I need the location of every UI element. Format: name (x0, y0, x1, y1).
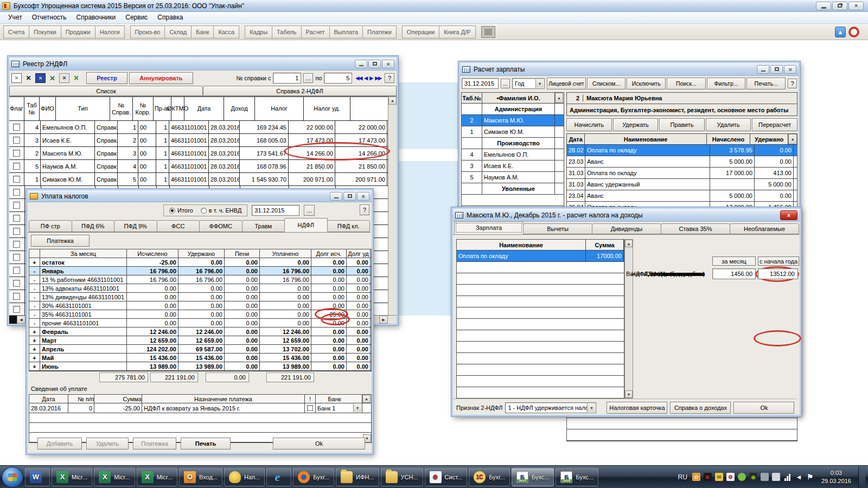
flag-checkbox[interactable] (13, 137, 20, 144)
income-tab[interactable]: Ставка 35% (661, 223, 730, 234)
tax-tab[interactable]: ПФД кл. (327, 220, 371, 232)
close-button[interactable]: × (784, 65, 796, 74)
income-tab[interactable]: Зарплата (454, 221, 524, 234)
expand-sign[interactable]: - (29, 293, 40, 301)
nav-arrow-button[interactable]: ◀◀ (354, 75, 363, 81)
reestr-table-row[interactable]: 2Максюта М.Ю.Справк.30014663110100128.03… (9, 147, 388, 160)
tray-icon[interactable] (749, 473, 757, 481)
taskbar-item[interactable]: Бухг... (469, 468, 510, 486)
flag-checkbox[interactable] (13, 176, 20, 183)
expand-sign[interactable]: + (29, 354, 40, 362)
flag-checkbox[interactable] (13, 202, 20, 209)
ok-button[interactable]: Ok (273, 438, 365, 450)
reestr-titlebar[interactable]: Реестр 2НДФЛ × (9, 57, 397, 70)
help-lifebuoy-icon[interactable] (848, 27, 859, 37)
employee-row[interactable]: Уволенные (462, 183, 564, 195)
scroll-up-button[interactable]: ▲ (362, 395, 371, 403)
tray-icon[interactable] (806, 473, 814, 481)
doc-row[interactable]: 23.03Аванс5 000.000.00 (567, 156, 797, 168)
doc-row[interactable]: 28.02Оплата по окладу3 578.950.00 (567, 145, 797, 156)
close-button[interactable]: × (780, 210, 797, 220)
tax-table-row[interactable]: - 35% 46631101001 0.000.000.000.00-25.00… (29, 310, 371, 319)
toolbar-button[interactable]: Произ-во (130, 25, 165, 38)
tax-table-row[interactable]: - прочие 46631101001 0.000.000.000.000.0… (29, 319, 371, 328)
employee-row[interactable]: 4 Емельянов О.П. (462, 149, 564, 160)
doc-action-button[interactable]: Начислить (566, 118, 612, 131)
toolbar-button[interactable]: Налоги (95, 25, 125, 38)
expand-sign[interactable]: - (29, 284, 40, 292)
reestr-tool-icon[interactable]: ✕ (23, 73, 34, 83)
tray-icon[interactable] (795, 473, 803, 481)
flag-checkbox[interactable] (13, 254, 20, 261)
taskbar-item[interactable]: Бухс... (556, 468, 598, 486)
taskbar-item[interactable]: УСН... (381, 468, 423, 486)
start-button[interactable] (2, 467, 23, 487)
tax-tab[interactable]: ФФОМС (199, 220, 242, 232)
salary-action-button[interactable]: Исключить (627, 78, 666, 89)
tax-card-button[interactable]: Налоговая карточка (607, 402, 667, 414)
toolbar-button[interactable]: Расчет (301, 25, 329, 38)
tray-icon[interactable] (783, 473, 792, 481)
tab-spisok[interactable]: Список (9, 86, 203, 96)
toolbar-button[interactable]: Выплата (329, 25, 363, 38)
tray-icon[interactable] (726, 473, 735, 481)
minimize-button[interactable] (330, 192, 342, 201)
tax-tab[interactable]: ФСС (157, 220, 200, 232)
platezhka-button-2[interactable]: Платежка (133, 438, 176, 450)
tax-table-row[interactable]: - Январь 16 796.0016 796.000.0016 796.00… (29, 267, 371, 275)
flag-checkbox[interactable] (13, 228, 20, 235)
doc-row[interactable]: 31.03Оплата по окладу17 000.00413.00 (567, 168, 797, 179)
date-browse-button[interactable]: ... (501, 79, 510, 88)
salary-action-button[interactable]: Фильтр... (707, 78, 746, 89)
employee-row[interactable]: 1 Симаков Ю.М. (462, 126, 564, 138)
expand-sign[interactable]: - (29, 310, 40, 318)
doc-row[interactable]: 23.04Аванс5 000.000.00 (567, 190, 797, 202)
reestr-tool-icon[interactable]: ✕ (47, 73, 58, 83)
tax-table-row[interactable]: + Март 12 659.0012 659.000.0012 659.000.… (29, 336, 371, 345)
doc-row[interactable]: 31.03Аванс удержанный5 000.00 (567, 179, 797, 190)
toolbar-button[interactable]: Операции (402, 25, 439, 38)
flag-checkbox[interactable] (13, 280, 20, 287)
payment-row[interactable]: 28.03.2016 0 -25.00 НДФЛ к возврату за Я… (29, 403, 371, 413)
reestr-table-row[interactable]: 3Исаев К.Е.Справк.20014663110100128.03.2… (9, 134, 388, 147)
employee-row[interactable]: 3 Исаев К.Е. (462, 160, 564, 172)
flag-checkbox[interactable] (13, 293, 20, 300)
tax-table-row[interactable]: + Апрель 124 202.0069 587.000.0013 702.0… (29, 345, 371, 354)
tax-tab[interactable]: Травм (242, 220, 285, 232)
nav-arrow-button[interactable]: ▶ (368, 75, 374, 81)
reestr-table-row[interactable]: 4Емельянов О.П.Справк.10014663110100128.… (9, 121, 388, 134)
expand-sign[interactable]: - (29, 267, 40, 275)
tax-table-row[interactable]: + остаток -25.000.000.000.000.000.00 (29, 258, 371, 267)
tray-icon[interactable] (704, 473, 712, 481)
scroll-up-button[interactable]: ▲ (555, 93, 563, 103)
tax-tab[interactable]: ПФД 6% (72, 220, 115, 232)
tray-icon[interactable] (761, 473, 769, 481)
menu-item[interactable]: Сервис (120, 12, 152, 23)
taskbar-item[interactable]: Micr... (137, 468, 177, 486)
taskbar-item[interactable]: ИФН... (336, 468, 379, 486)
scroll-up-button[interactable]: ▲ (788, 134, 797, 144)
income-tab[interactable]: Дивиденды (592, 223, 661, 234)
tax-table-row[interactable]: + Февраль 12 246.0012 246.000.0012 246.0… (29, 328, 371, 336)
doc-action-button[interactable]: Удалить (706, 118, 751, 131)
date-input[interactable]: 31.12.2015 (252, 205, 299, 216)
toolbar-button[interactable]: Склад (164, 25, 191, 38)
date-browse-button[interactable]: ... (304, 205, 315, 216)
restore-button[interactable] (832, 2, 847, 10)
minimize-button[interactable] (355, 60, 367, 68)
tray-icon[interactable] (715, 473, 723, 481)
taskbar-item[interactable] (266, 468, 291, 486)
menu-item[interactable]: Справочники (72, 12, 121, 23)
tax-tab[interactable]: ПФД 9% (114, 220, 157, 232)
reestr-tool-icon[interactable]: ✕ (35, 73, 46, 83)
taskbar-item[interactable]: Micr... (94, 468, 135, 486)
employee-row[interactable]: 5 Наумов А.М. (462, 172, 564, 183)
income-tab[interactable]: Необлагаемые (730, 223, 799, 234)
tax-tab[interactable]: ПФ стр (29, 220, 72, 232)
bank-select[interactable]: Банк 1▼ (316, 403, 362, 413)
period-select[interactable]: Год▼ (512, 78, 545, 89)
toolbar-button[interactable]: Кадры (245, 25, 272, 38)
income-tab[interactable]: Вычеты (523, 223, 592, 234)
tax-tab[interactable]: НДФЛ (284, 218, 328, 232)
reestr-tool-icon[interactable]: ✕ (11, 73, 22, 83)
